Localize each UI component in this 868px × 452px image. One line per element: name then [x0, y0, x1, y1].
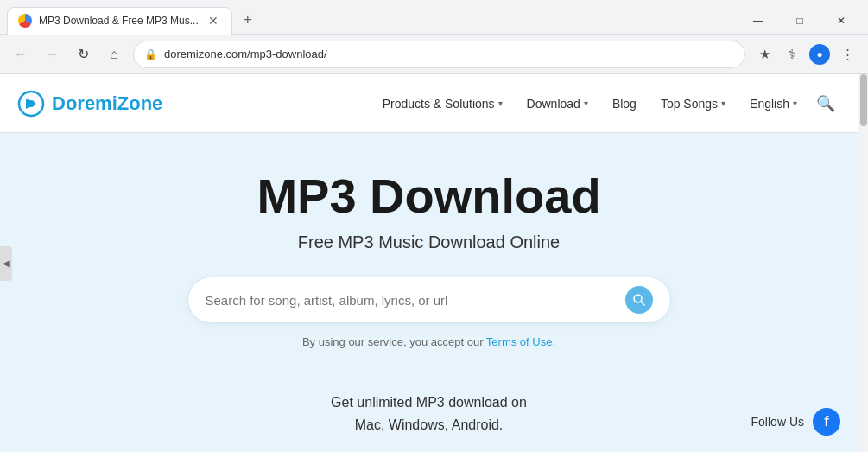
new-tab-button[interactable]: +	[236, 9, 260, 33]
chevron-down-icon: ▾	[793, 99, 797, 108]
main-content: MP3 Download Free MP3 Music Download Onl…	[0, 133, 858, 452]
search-input[interactable]	[206, 293, 617, 308]
svg-line-3	[641, 302, 644, 305]
facebook-icon[interactable]: f	[813, 408, 840, 436]
bookmark-button[interactable]: ★	[752, 42, 776, 67]
profile-avatar: ●	[809, 44, 830, 65]
search-button[interactable]	[625, 286, 653, 314]
maximize-button[interactable]: □	[780, 7, 820, 35]
address-text: doremizone.com/mp3-download/	[164, 48, 734, 60]
home-button[interactable]: ⌂	[102, 42, 126, 67]
tab-favicon	[18, 14, 32, 28]
svg-point-1	[28, 100, 35, 107]
logo-text: DoremiZone	[52, 92, 162, 115]
browser-chrome: MP3 Download & Free MP3 Mus... ✕ + — □ ✕…	[0, 0, 868, 74]
logo-icon	[17, 90, 45, 118]
nav-item-products[interactable]: Products & Solutions ▾	[372, 90, 513, 118]
page-title: MP3 Download	[257, 168, 600, 224]
extensions-button[interactable]: ⚕	[780, 42, 804, 67]
search-nav-icon[interactable]: 🔍	[811, 89, 840, 118]
terms-link[interactable]: Terms of Use	[486, 335, 553, 348]
window-controls: — □ ✕	[738, 7, 861, 35]
site-nav: DoremiZone Products & Solutions ▾ Downlo…	[0, 74, 858, 133]
nav-item-english[interactable]: English ▾	[739, 90, 808, 118]
page-wrapper: ◀ DoremiZone Products & Solutions ▾	[0, 74, 868, 452]
scrollbar[interactable]	[858, 74, 868, 452]
tab-close-button[interactable]: ✕	[206, 13, 221, 29]
refresh-button[interactable]: ↻	[71, 42, 95, 67]
logo-doremi: DoremiZone	[52, 92, 162, 114]
lock-icon: 🔒	[144, 48, 157, 60]
scrollbar-thumb[interactable]	[860, 74, 867, 126]
search-icon	[625, 286, 653, 314]
page-subtitle: Free MP3 Music Download Online	[298, 232, 560, 252]
nav-item-blog[interactable]: Blog	[602, 90, 647, 118]
address-bar-row: ← → ↻ ⌂ 🔒 doremizone.com/mp3-download/ ★…	[0, 35, 868, 74]
chevron-down-icon: ▾	[584, 99, 588, 108]
title-bar: MP3 Download & Free MP3 Mus... ✕ + — □ ✕	[0, 0, 868, 35]
profile-button[interactable]: ●	[808, 42, 832, 67]
address-bar[interactable]: 🔒 doremizone.com/mp3-download/	[133, 41, 745, 68]
nav-items: Products & Solutions ▾ Download ▾ Blog T…	[372, 89, 840, 118]
close-button[interactable]: ✕	[821, 7, 861, 35]
follow-us: Follow Us f	[751, 408, 840, 436]
back-button[interactable]: ←	[9, 42, 33, 67]
sidebar-toggle[interactable]: ◀	[0, 246, 12, 281]
terms-text: By using our service, you accept our Ter…	[302, 335, 555, 348]
chevron-down-icon: ▾	[498, 99, 503, 108]
toolbar-icons: ★ ⚕ ● ⋮	[752, 42, 859, 67]
minimize-button[interactable]: —	[738, 7, 778, 35]
site-logo[interactable]: DoremiZone	[17, 90, 162, 118]
menu-button[interactable]: ⋮	[835, 42, 859, 67]
promo-text: Get unlimited MP3 download on Mac, Windo…	[331, 392, 527, 436]
nav-item-top-songs[interactable]: Top Songs ▾	[650, 90, 736, 118]
chevron-down-icon: ▾	[721, 99, 725, 108]
tab-title: MP3 Download & Free MP3 Mus...	[39, 15, 199, 27]
active-tab[interactable]: MP3 Download & Free MP3 Mus... ✕	[7, 7, 232, 35]
nav-item-download[interactable]: Download ▾	[516, 90, 599, 118]
site-content: ◀ DoremiZone Products & Solutions ▾	[0, 74, 858, 452]
search-box	[187, 277, 671, 323]
forward-button[interactable]: →	[40, 42, 64, 67]
